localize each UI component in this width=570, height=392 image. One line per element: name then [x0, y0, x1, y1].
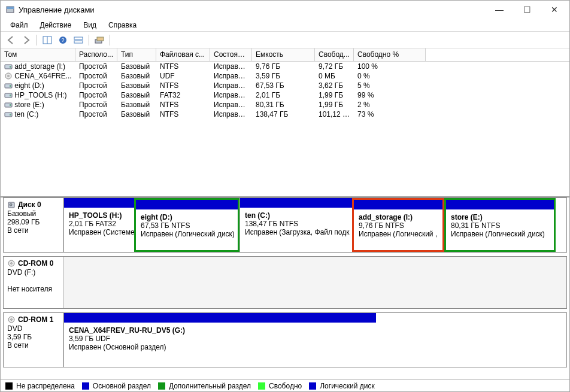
partition[interactable]: CENA_X64FREV_RU-RU_DV5 (G:)3,59 ГБ UDFИс…: [63, 313, 376, 367]
column-header-layout[interactable]: Располо...: [75, 48, 117, 61]
minimize-button[interactable]: —: [486, 1, 513, 19]
titlebar: Управление дисками — ☐ ✕: [1, 1, 569, 19]
partition[interactable]: eight (D:)67,53 ГБ NTFSИсправен (Логичес…: [134, 198, 239, 252]
cell-type: Базовый: [117, 101, 156, 109]
cell-capacity: 3,59 ГБ: [252, 72, 315, 80]
cell-capacity: 138,47 ГБ: [252, 110, 315, 118]
table-body: add_storage (I:)ПростойБазовыйNTFSИсправ…: [1, 62, 569, 196]
partition[interactable]: ten (C:)138,47 ГБ NTFSИсправен (Загрузка…: [239, 198, 352, 252]
partition-name: CENA_X64FREV_RU-RU_DV5 (G:): [69, 326, 371, 335]
svg-rect-18: [5, 103, 12, 107]
disk-row: CD-ROM 0DVD (F:)Нет носителя: [3, 256, 567, 309]
partition[interactable]: HP_TOOLS (H:)2,01 ГБ FAT32Исправен (Сист…: [63, 198, 134, 252]
volume-row[interactable]: HP_TOOLS (H:)ПростойБазовыйFAT32Исправен…: [1, 90, 569, 100]
svg-rect-6: [74, 37, 83, 39]
partition-name: eight (D:): [141, 213, 233, 221]
column-header-type[interactable]: Тип: [117, 48, 156, 61]
partition-header: [354, 200, 442, 209]
volume-row[interactable]: store (E:)ПростойБазовыйNTFSИсправен...8…: [1, 100, 569, 110]
cell-type: Базовый: [117, 72, 156, 80]
column-header-freepct[interactable]: Свободно %: [354, 48, 426, 61]
cell-layout: Простой: [75, 91, 117, 99]
toolbar-separator: [37, 35, 37, 45]
cell-type: Базовый: [117, 91, 156, 99]
toolbar-separator: [89, 35, 89, 45]
cell-type: Базовый: [117, 62, 156, 71]
disks-button[interactable]: [93, 34, 106, 47]
svg-rect-21: [10, 114, 11, 116]
help-button[interactable]: ?: [56, 34, 69, 47]
back-button[interactable]: [4, 34, 17, 47]
cell-free: 9,72 ГБ: [315, 62, 354, 71]
cell-capacity: 67,53 ГБ: [252, 81, 315, 90]
cell-freepct: 0 %: [354, 72, 426, 80]
cell-layout: Простой: [75, 81, 117, 90]
cell-status: Исправен...: [210, 72, 252, 80]
cell-status: Исправен...: [210, 81, 252, 90]
cell-fs: NTFS: [156, 101, 210, 109]
cell-free: 101,12 ГБ: [315, 110, 354, 118]
svg-point-25: [11, 263, 13, 265]
disk-info[interactable]: Диск 0Базовый298,09 ГБВ сети: [4, 198, 63, 252]
svg-rect-9: [97, 37, 104, 41]
menu-file[interactable]: Файл: [4, 20, 34, 31]
cell-fs: NTFS: [156, 81, 210, 90]
volume-row[interactable]: ten (C:)ПростойБазовыйNTFSИсправен...138…: [1, 110, 569, 119]
maximize-button[interactable]: ☐: [513, 1, 541, 19]
column-header-capacity[interactable]: Емкость: [252, 48, 315, 61]
disk-info[interactable]: CD-ROM 0DVD (F:)Нет носителя: [4, 257, 63, 308]
volume-row[interactable]: eight (D:)ПростойБазовыйNTFSИсправен...6…: [1, 81, 569, 90]
cell-vol: ten (C:): [1, 110, 75, 118]
cell-layout: Простой: [75, 110, 117, 118]
forward-button[interactable]: [20, 34, 33, 47]
disk-row: CD-ROM 1DVD3,59 ГБВ сетиCENA_X64FREV_RU-…: [3, 312, 567, 367]
column-header-vol[interactable]: Том: [1, 48, 75, 61]
cell-freepct: 99 %: [354, 91, 426, 99]
legend-label: Свободно: [269, 382, 302, 390]
close-button[interactable]: ✕: [541, 1, 568, 19]
disk-partitions: HP_TOOLS (H:)2,01 ГБ FAT32Исправен (Сист…: [63, 198, 566, 252]
menu-help[interactable]: Справка: [102, 20, 142, 31]
cell-capacity: 80,31 ГБ: [252, 101, 315, 109]
partition-sub: 2,01 ГБ FAT32: [69, 220, 129, 228]
legend-swatch: [82, 382, 89, 390]
partition[interactable]: add_storage (I:)9,76 ГБ NTFSИсправен (Ло…: [352, 198, 444, 252]
svg-rect-7: [74, 41, 83, 43]
volume-row[interactable]: CENA_X64FRE...ПростойБазовыйUDFИсправен.…: [1, 71, 569, 81]
partition-status: Исправен (Логический диск): [451, 230, 549, 238]
column-header-free[interactable]: Свобод...: [315, 48, 354, 61]
view2-button[interactable]: [72, 34, 85, 47]
app-icon: [5, 5, 15, 14]
partition-name: ten (C:): [245, 211, 347, 220]
layout-button[interactable]: [41, 34, 54, 47]
cell-free: 3,62 ГБ: [315, 81, 354, 90]
cell-free: 1,99 ГБ: [315, 91, 354, 99]
svg-rect-11: [10, 66, 11, 68]
cell-layout: Простой: [75, 101, 117, 109]
cell-vol: eight (D:): [1, 81, 75, 90]
cell-status: Исправен...: [210, 62, 252, 71]
menubar: Файл Действие Вид Справка: [1, 19, 569, 32]
partition-status: Исправен (Логический ,: [359, 230, 438, 238]
partition[interactable]: store (E:)80,31 ГБ NTFSИсправен (Логичес…: [444, 198, 556, 252]
svg-rect-14: [5, 84, 12, 88]
partition-sub: 3,59 ГБ UDF: [69, 335, 371, 343]
partition-status: Исправен (Основной раздел): [69, 343, 371, 351]
svg-rect-10: [5, 65, 12, 69]
legend-swatch: [158, 382, 165, 390]
column-header-fs[interactable]: Файловая с...: [156, 48, 210, 61]
legend: Не распределенаОсновной разделДополнител…: [1, 379, 569, 391]
menu-view[interactable]: Вид: [77, 20, 102, 31]
svg-rect-15: [10, 85, 11, 87]
toolbar-separator: [110, 35, 110, 45]
app-window: Управление дисками — ☐ ✕ Файл Действие В…: [0, 0, 570, 392]
cell-fs: NTFS: [156, 110, 210, 118]
partition-sub: 138,47 ГБ NTFS: [245, 220, 347, 228]
svg-rect-19: [10, 104, 11, 106]
column-header-status[interactable]: Состояние: [210, 48, 252, 61]
cell-status: Исправен...: [210, 91, 252, 99]
menu-action[interactable]: Действие: [34, 20, 78, 31]
volume-row[interactable]: add_storage (I:)ПростойБазовыйNTFSИсправ…: [1, 62, 569, 71]
disk-info[interactable]: CD-ROM 1DVD3,59 ГБВ сети: [4, 313, 63, 367]
partition-header: [64, 313, 376, 323]
